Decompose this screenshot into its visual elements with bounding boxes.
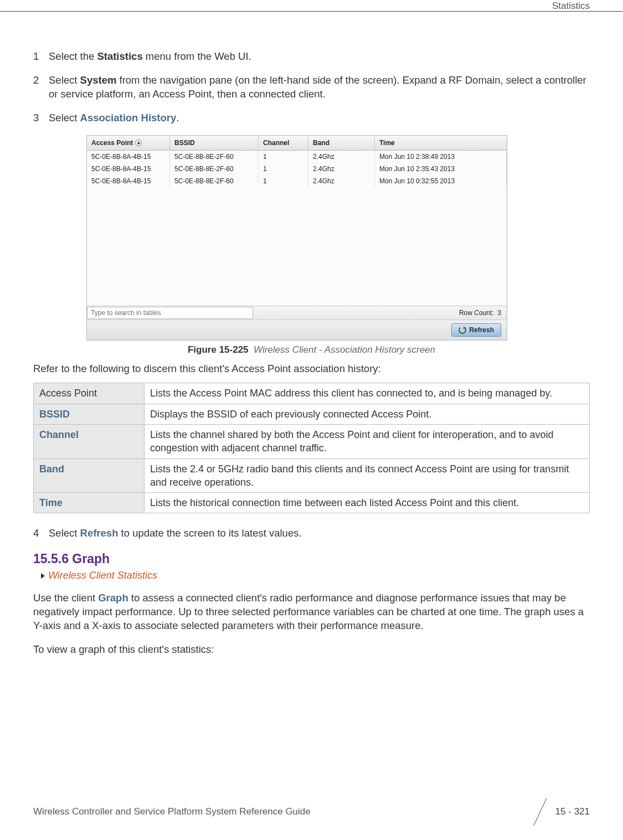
button-bar: Refresh xyxy=(87,319,507,340)
table-row: Channel Lists the channel shared by both… xyxy=(34,424,590,458)
row-count-label: Row Count: xyxy=(459,309,494,317)
intro-paragraph: Refer to the following to discern this c… xyxy=(33,362,590,376)
cell-channel: 1 xyxy=(259,163,308,175)
term-cell: Band xyxy=(34,458,145,493)
col-header-channel[interactable]: Channel xyxy=(259,136,308,150)
header-section-label: Statistics xyxy=(552,0,590,13)
figure-number: Figure 15-225 xyxy=(188,344,249,355)
page-footer: Wireless Controller and Service Platform… xyxy=(33,798,590,826)
table-row: Band Lists the 2.4 or 5GHz radio band th… xyxy=(34,458,590,493)
desc-cell: Lists the historical connection time bet… xyxy=(145,493,590,513)
sort-asc-icon[interactable]: ▲ xyxy=(135,140,142,146)
section-paragraph-1: Use the client Graph to assess a connect… xyxy=(33,591,590,633)
footer-page-number: 15 - 321 xyxy=(555,806,590,818)
step-text: . xyxy=(176,112,179,123)
step-text: Select xyxy=(49,527,80,539)
refresh-label: Refresh xyxy=(469,326,494,334)
steps-list: Select the Statistics menu from the Web … xyxy=(33,50,590,125)
step-keyword: Refresh xyxy=(80,527,119,539)
section-heading: 15.5.6 Graph xyxy=(33,550,590,568)
col-header-bssid[interactable]: BSSID xyxy=(170,136,259,150)
breadcrumb-label: Wireless Client Statistics xyxy=(48,569,157,582)
table-row[interactable]: 5C-0E-8B-8A-4B-15 5C-0E-8B-8E-2F-60 1 2.… xyxy=(87,151,507,163)
cell-band: 2.4Ghz xyxy=(308,175,375,187)
cell-band: 2.4Ghz xyxy=(308,163,375,175)
term-cell: Channel xyxy=(34,424,145,458)
step-text: Select xyxy=(49,112,80,123)
col-label: Access Point xyxy=(91,138,133,147)
cell-channel: 1 xyxy=(259,175,308,187)
step-keyword: System xyxy=(80,74,117,86)
cell-time: Mon Jun 10 2:35:43 2013 xyxy=(375,163,507,175)
figure-caption: Figure 15-225 Wireless Client - Associat… xyxy=(33,344,590,357)
col-header-access-point[interactable]: Access Point ▲ xyxy=(87,136,170,150)
cell-time: Mon Jun 10 0:32:55 2013 xyxy=(375,175,507,187)
col-header-time[interactable]: Time xyxy=(375,136,507,150)
row-count: Row Count: 3 xyxy=(454,306,507,319)
step-text: to update the screen to its latest value… xyxy=(118,527,301,539)
step-text: menu from the Web UI. xyxy=(143,50,251,62)
cell-time: Mon Jun 10 2:38:49 2013 xyxy=(375,151,507,163)
row-count-value: 3 xyxy=(497,309,501,317)
cell-band: 2.4Ghz xyxy=(308,151,375,163)
term-cell: BSSID xyxy=(34,404,145,424)
slash-divider-icon xyxy=(529,798,551,826)
desc-cell: Lists the channel shared by both the Acc… xyxy=(145,424,590,458)
table-row: Access Point Lists the Access Point MAC … xyxy=(34,383,590,404)
refresh-button[interactable]: Refresh xyxy=(451,323,501,337)
cell-bssid: 5C-0E-8B-8E-2F-60 xyxy=(170,175,259,187)
top-rule xyxy=(0,11,623,12)
table-row: Time Lists the historical connection tim… xyxy=(34,493,590,513)
step-3: Select Association History. xyxy=(33,111,590,125)
search-bar: Row Count: 3 xyxy=(87,306,507,319)
step-1: Select the Statistics menu from the Web … xyxy=(33,50,590,64)
term-cell: Access Point xyxy=(34,383,145,404)
step-keyword: Statistics xyxy=(97,50,142,62)
cell-ap: 5C-0E-8B-8A-4B-15 xyxy=(87,175,170,187)
table-row: BSSID Displays the BSSID of each previou… xyxy=(34,404,590,424)
desc-cell: Lists the 2.4 or 5GHz radio band this cl… xyxy=(145,458,590,493)
cell-ap: 5C-0E-8B-8A-4B-15 xyxy=(87,163,170,175)
page-content: Select the Statistics menu from the Web … xyxy=(33,0,590,657)
step-text: Select xyxy=(49,74,80,86)
desc-cell: Displays the BSSID of each previously co… xyxy=(145,404,590,424)
triangle-icon xyxy=(41,573,45,579)
step-text: Select the xyxy=(49,50,97,62)
step-keyword: Association History xyxy=(80,112,177,123)
table-search-input[interactable] xyxy=(87,307,253,319)
footer-doc-title: Wireless Controller and Service Platform… xyxy=(33,806,311,818)
table-body: 5C-0E-8B-8A-4B-15 5C-0E-8B-8E-2F-60 1 2.… xyxy=(87,151,507,306)
cell-channel: 1 xyxy=(259,151,308,163)
breadcrumb[interactable]: Wireless Client Statistics xyxy=(33,569,590,582)
cell-bssid: 5C-0E-8B-8E-2F-60 xyxy=(170,151,259,163)
table-row[interactable]: 5C-0E-8B-8A-4B-15 5C-0E-8B-8E-2F-60 1 2.… xyxy=(87,163,507,175)
step-text: from the navigation pane (on the left-ha… xyxy=(49,74,586,100)
section-paragraph-2: To view a graph of this client's statist… xyxy=(33,643,590,657)
table-row[interactable]: 5C-0E-8B-8A-4B-15 5C-0E-8B-8E-2F-60 1 2.… xyxy=(87,175,507,187)
cell-ap: 5C-0E-8B-8A-4B-15 xyxy=(87,151,170,163)
para-text: Use the client xyxy=(33,592,98,604)
step-4: Select Refresh to update the screen to i… xyxy=(33,527,590,540)
desc-cell: Lists the Access Point MAC address this … xyxy=(145,383,590,404)
term-cell: Time xyxy=(34,493,145,513)
figure-title: Wireless Client - Association History sc… xyxy=(254,344,435,355)
cell-bssid: 5C-0E-8B-8E-2F-60 xyxy=(170,163,259,175)
para-keyword: Graph xyxy=(98,592,128,604)
association-history-screenshot: Access Point ▲ BSSID Channel Band Time 5… xyxy=(86,135,507,341)
table-header-row: Access Point ▲ BSSID Channel Band Time xyxy=(87,136,507,151)
col-header-band[interactable]: Band xyxy=(308,136,375,150)
refresh-icon xyxy=(459,326,466,334)
description-table: Access Point Lists the Access Point MAC … xyxy=(33,383,590,513)
steps-list-cont: Select Refresh to update the screen to i… xyxy=(33,527,590,540)
figure-container: Access Point ▲ BSSID Channel Band Time 5… xyxy=(86,135,590,341)
step-2: Select System from the navigation pane (… xyxy=(33,74,590,101)
